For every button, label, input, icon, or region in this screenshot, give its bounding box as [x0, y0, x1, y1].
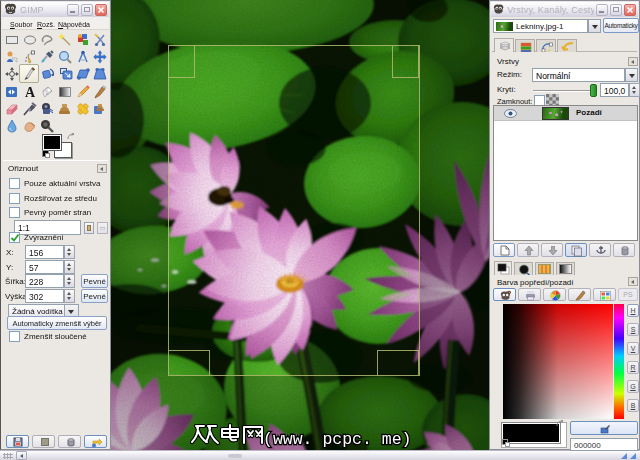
svg-text:A: A	[24, 85, 35, 99]
svg-text:(www. pcpc. me): (www. pcpc. me)	[263, 430, 412, 449]
